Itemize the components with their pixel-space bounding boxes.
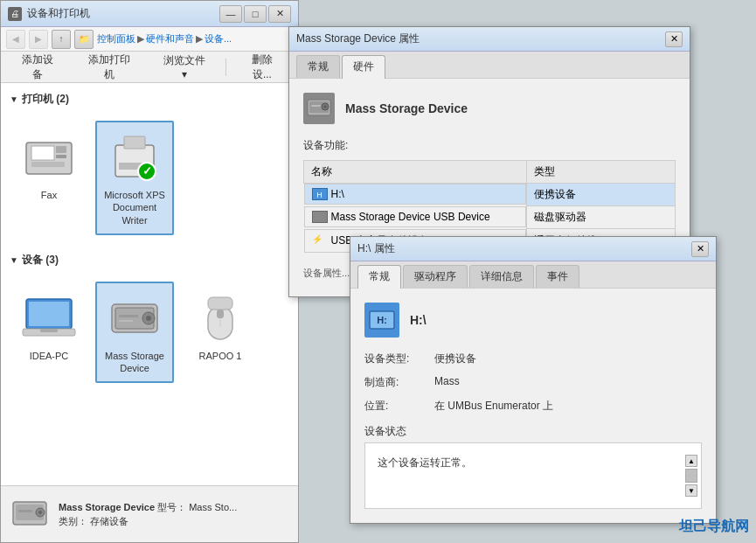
h-dialog-title: H:\ 属性: [357, 241, 691, 256]
h-tab-events[interactable]: 事件: [536, 265, 579, 288]
device-item-rapoo[interactable]: RAPOO 1: [181, 282, 260, 384]
table-row-h[interactable]: H H:\ 便携设备: [304, 184, 676, 206]
device-status-label: 设备状态: [364, 424, 702, 439]
add-device-button[interactable]: 添加设备: [8, 48, 67, 87]
h-device-name: H:\: [410, 313, 427, 327]
table-header-type: 类型: [527, 161, 676, 184]
svg-rect-13: [40, 329, 58, 332]
device-item-idea-pc[interactable]: IDEA-PC: [10, 282, 88, 384]
svg-rect-4: [56, 155, 66, 158]
mass-dialog-title: Mass Storage Device 属性: [296, 31, 665, 46]
devices-section-label: 设备 (3): [22, 253, 59, 268]
h-dialog-close[interactable]: ✕: [691, 241, 709, 257]
main-titlebar: 🖨 设备和打印机 — □ ✕: [1, 1, 298, 27]
svg-rect-1: [31, 146, 54, 160]
main-window-title: 设备和打印机: [27, 6, 219, 21]
drive-icon: H: [312, 188, 328, 200]
device-type-row: 设备类型: 便携设备: [364, 352, 702, 366]
bottom-category-value: 存储设备: [90, 516, 128, 526]
table-row-mass-usb[interactable]: Mass Storage Device USB Device 磁盘驱动器: [304, 206, 676, 229]
printers-toggle[interactable]: ▼: [10, 94, 18, 104]
breadcrumb-hardware[interactable]: 硬件和声音: [146, 32, 194, 45]
mass-device-name: Mass Storage Device: [345, 101, 468, 115]
bottom-type-value: Mass Sto...: [189, 502, 237, 512]
h-tab-general[interactable]: 常规: [357, 265, 401, 289]
mass-dialog-icon: [303, 93, 335, 124]
h-properties-dialog: H:\ 属性 ✕ 常规 驱动程序 详细信息 事件 H: H:\ 设备类型: 便携…: [350, 236, 717, 524]
svg-rect-22: [217, 310, 224, 318]
window-icon: 🖨: [8, 7, 22, 21]
device-item-mass-storage[interactable]: Mass StorageDevice: [95, 282, 174, 384]
device-type-label: 设备类型:: [364, 352, 434, 366]
add-printer-button[interactable]: 添加打印机: [74, 48, 144, 87]
device-status-textarea[interactable]: [372, 450, 694, 498]
maximize-button[interactable]: □: [244, 5, 267, 23]
svg-rect-6: [124, 136, 145, 149]
tab-hardware[interactable]: 硬件: [342, 55, 385, 79]
manufacturer-row: 制造商: Mass: [364, 375, 702, 390]
mass-storage-icon: [107, 290, 163, 346]
breadcrumb-current[interactable]: 设备...: [205, 32, 232, 45]
devices-toggle[interactable]: ▼: [10, 255, 18, 265]
location-value: 在 UMBus Enumerator 上: [434, 399, 553, 414]
main-toolbar: 添加设备 添加打印机 浏览文件 ▾ 删除设...: [1, 52, 298, 83]
svg-rect-23: [208, 297, 232, 310]
row-h-type: 便携设备: [527, 184, 676, 206]
row-h-name: H H:\: [304, 184, 527, 205]
device-item-fax[interactable]: Fax: [10, 121, 88, 235]
bottom-device-name: Mass Storage Device: [59, 502, 155, 512]
h-tab-details[interactable]: 详细信息: [469, 265, 534, 288]
device-props-info: 设备属性...: [303, 268, 350, 278]
browse-file-button[interactable]: 浏览文件 ▾: [151, 49, 218, 85]
svg-text:✓: ✓: [142, 164, 152, 178]
h-tab-driver[interactable]: 驱动程序: [403, 265, 468, 288]
watermark: 坦己导航网: [679, 518, 749, 536]
laptop-icon: [21, 290, 77, 346]
usb-icon: ⚡: [312, 234, 328, 247]
toolbar-divider: [225, 59, 226, 76]
manufacturer-label: 制造商:: [364, 375, 434, 390]
svg-text:H:: H:: [377, 315, 387, 325]
scroll-down[interactable]: ▼: [685, 484, 697, 497]
back-button[interactable]: ◀: [6, 30, 25, 49]
svg-rect-19: [119, 320, 133, 322]
svg-rect-28: [18, 510, 32, 512]
device-functions-label: 设备功能:: [303, 138, 676, 153]
svg-rect-33: [311, 105, 321, 107]
folder-icon: 📁: [74, 30, 94, 49]
close-button[interactable]: ✕: [268, 5, 291, 23]
delete-device-button[interactable]: 删除设...: [233, 48, 291, 87]
h-dialog-icon: H:: [364, 303, 399, 338]
main-window: 🖨 设备和打印机 — □ ✕ ◀ ▶ ↑ 📁 控制面板 ▶ 硬件和声音 ▶ 设备…: [0, 0, 299, 543]
breadcrumb-control-panel[interactable]: 控制面板: [97, 32, 135, 45]
svg-rect-18: [119, 315, 138, 317]
table-header-name: 名称: [304, 161, 527, 184]
h-dialog-content: H: H:\ 设备类型: 便携设备 制造商: Mass 位置: 在 UMBus …: [350, 289, 716, 523]
mass-dialog-tabs: 常规 硬件: [289, 52, 690, 79]
up-button[interactable]: ↑: [52, 30, 71, 49]
h-dialog-tabs: 常规 驱动程序 详细信息 事件: [350, 261, 716, 289]
location-label: 位置:: [364, 399, 434, 414]
scroll-thumb: [685, 469, 697, 483]
xps-device-icon: ✓: [107, 129, 163, 185]
content-area: ▼ 打印机 (2) Fax: [1, 83, 298, 485]
mass-storage-label: Mass StorageDevice: [105, 350, 164, 375]
forward-button[interactable]: ▶: [29, 30, 48, 49]
titlebar-buttons: — □ ✕: [219, 5, 291, 23]
device-item-xps[interactable]: ✓ Microsoft XPSDocumentWriter: [95, 121, 174, 235]
fax-label: Fax: [41, 189, 57, 201]
tab-general[interactable]: 常规: [296, 55, 340, 78]
mass-device-header: Mass Storage Device: [303, 93, 676, 124]
mass-dialog-titlebar: Mass Storage Device 属性 ✕: [289, 27, 690, 52]
printers-grid: Fax ✓ Microsoft XPSDocumentWriter: [10, 114, 289, 242]
row-mass-usb-type: 磁盘驱动器: [527, 206, 676, 229]
idea-pc-label: IDEA-PC: [30, 350, 69, 362]
manufacturer-value: Mass: [434, 375, 460, 390]
minimize-button[interactable]: —: [219, 5, 242, 23]
bottom-type-label: 型号：: [157, 502, 186, 512]
scroll-up[interactable]: ▲: [685, 455, 697, 467]
mass-dialog-close[interactable]: ✕: [665, 31, 683, 47]
h-dialog-titlebar: H:\ 属性 ✕: [350, 237, 716, 261]
h-properties-grid: 设备类型: 便携设备 制造商: Mass 位置: 在 UMBus Enumera…: [364, 352, 702, 414]
rapoo-label: RAPOO 1: [199, 350, 242, 362]
